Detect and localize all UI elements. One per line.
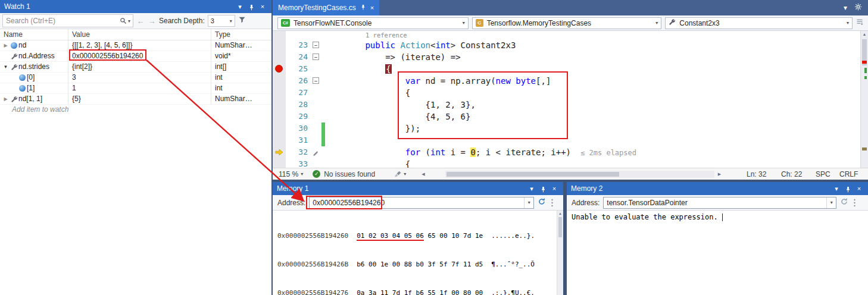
code-area[interactable]: 1 reference 23− public Action<int> Const… [273,31,860,168]
fold-margin[interactable] [311,134,321,146]
expander-icon[interactable]: ▶ [2,94,10,104]
close-icon[interactable]: × [258,2,267,11]
toolbar-overflow-icon[interactable] [551,199,554,207]
zoom-select[interactable]: 115 %▾ [279,170,303,178]
breakpoint-margin[interactable] [273,134,286,146]
pin-icon[interactable] [246,2,256,11]
chevron-down-icon[interactable]: ▾ [128,18,130,24]
project-dropdown[interactable]: C# TensorFlowNET.Console ▾ [277,17,469,29]
breakpoint-margin[interactable] [273,75,286,87]
codelens-references[interactable]: 1 reference [325,31,407,39]
fold-collapse-icon[interactable]: − [313,42,319,48]
line-indicator[interactable]: Ln: 32 [747,170,781,178]
breakpoint-margin[interactable] [273,123,286,134]
member-dropdown[interactable]: Constant2x3 ▾ [665,17,853,29]
address-value[interactable]: tensor.TensorDataPointer [604,199,826,207]
watch-value[interactable]: 1 [68,83,211,93]
memory1-scrollbar[interactable]: ▲ [557,211,563,295]
expander-icon[interactable]: ▼ [2,62,10,72]
breakpoint-margin[interactable] [273,39,286,51]
watch-title-bar[interactable]: Watch 1 ▾ × [0,0,271,13]
address-value[interactable]: 0x000002556B194260 [310,199,524,207]
watch-row[interactable]: ▼nd.strides {int[2]} int[] [0,62,271,73]
chevron-down-icon[interactable]: ▾ [524,197,533,208]
fold-margin[interactable] [311,111,321,123]
type-dropdown[interactable]: C Tensorflow.MemoryTestingCases ▾ [472,17,662,29]
watch-row[interactable]: ▶nd {[[1, 2, 3], [4, 5, 6]]} NumShar… [0,40,271,51]
window-menu-icon[interactable]: ▾ [235,2,245,11]
fold-collapse-icon[interactable]: − [313,77,319,84]
refresh-icon[interactable] [840,197,848,208]
line-ending-indicator[interactable]: CRLF [839,170,862,178]
fold-margin[interactable] [311,123,321,134]
scrollbar-thumb[interactable] [558,217,562,237]
refresh-icon[interactable] [538,197,546,208]
horizontal-scrollbar[interactable] [445,171,714,178]
close-icon[interactable]: × [854,184,864,193]
watch-value[interactable]: {5} [68,94,211,104]
pin-icon[interactable] [843,184,853,193]
scrollbar-thumb[interactable] [447,172,619,177]
breakpoint-margin[interactable] [273,146,286,158]
search-back-icon[interactable]: ← [136,17,145,26]
search-box[interactable]: ▾ [2,14,133,27]
watch-value[interactable]: 0x000002556b194260 [68,51,211,61]
fold-margin[interactable] [311,99,321,111]
watch-row[interactable]: ▶nd[1, 1] {5} NumShar… [0,94,271,105]
scroll-up-icon[interactable]: ▲ [861,31,868,38]
watch-value[interactable]: {[[1, 2, 3], [4, 5, 6]]} [68,40,211,51]
watch-row[interactable]: [0] 3 int [0,73,271,83]
expander-icon[interactable]: ▶ [2,40,10,51]
search-forward-icon[interactable]: → [148,17,156,26]
scroll-left-icon[interactable]: ◀ [421,172,424,177]
scroll-up-icon[interactable]: ▲ [557,211,563,216]
issues-status[interactable]: No issues found [324,170,375,178]
fold-margin[interactable] [311,158,321,168]
format-specifier-icon[interactable] [238,16,246,26]
split-window-icon[interactable] [856,18,863,27]
fold-margin[interactable]: − [311,51,321,63]
memory1-title-bar[interactable]: Memory 1 ▾ × [273,182,563,195]
column-header-value[interactable]: Value [68,29,211,40]
add-watch-item[interactable]: Add item to watch [0,105,271,115]
close-icon[interactable]: × [549,184,559,193]
window-menu-icon[interactable]: ▾ [832,184,841,193]
breakpoint-margin[interactable] [273,99,286,111]
column-header-type[interactable]: Type [211,29,271,40]
column-indicator[interactable]: Ch: 22 [781,170,816,178]
pin-icon[interactable] [538,184,548,193]
toolbar-overflow-icon[interactable] [853,199,856,207]
code-cleanup-button[interactable]: ▾ [394,170,406,178]
chevron-down-icon[interactable]: ▾ [826,197,836,208]
vertical-scrollbar[interactable]: ▲ [860,31,868,168]
search-icon[interactable]: ▾ [117,17,133,24]
memory2-title-bar[interactable]: Memory 2 ▾ × [567,182,868,195]
address-input[interactable]: tensor.TensorDataPointer ▾ [603,197,836,209]
breakpoint-margin[interactable] [273,63,286,75]
fold-margin[interactable] [311,63,321,75]
fold-margin[interactable]: − [311,39,321,51]
tab-memorytestingcases[interactable]: MemoryTestingCases.cs × [273,0,379,15]
breakpoint-margin[interactable] [273,158,286,168]
fold-margin[interactable] [311,146,321,158]
breakpoint-icon[interactable] [275,65,283,73]
close-icon[interactable]: × [370,4,374,11]
breakpoint-margin[interactable] [273,87,286,99]
scroll-right-icon[interactable]: ▶ [718,172,721,177]
fold-margin[interactable] [311,87,321,99]
spaces-indicator[interactable]: SPC [816,170,839,178]
fold-collapse-icon[interactable]: − [313,54,319,60]
watch-value[interactable]: {int[2]} [68,62,211,72]
search-input[interactable] [3,17,117,25]
fold-margin[interactable]: − [311,75,321,87]
watch-value[interactable]: 3 [68,73,211,83]
pin-icon[interactable] [360,4,366,11]
watch-row[interactable]: nd.Address 0x000002556b194260 void* [0,51,271,62]
address-input[interactable]: 0x000002556B194260 ▾ [309,197,534,209]
breakpoint-margin[interactable] [273,51,286,63]
search-depth-select[interactable]: 3 ▾ [208,15,235,27]
column-header-name[interactable]: Name [0,29,68,40]
chevron-down-icon[interactable]: ▾ [844,4,847,12]
window-menu-icon[interactable]: ▾ [527,184,536,193]
gear-icon[interactable] [854,3,862,12]
